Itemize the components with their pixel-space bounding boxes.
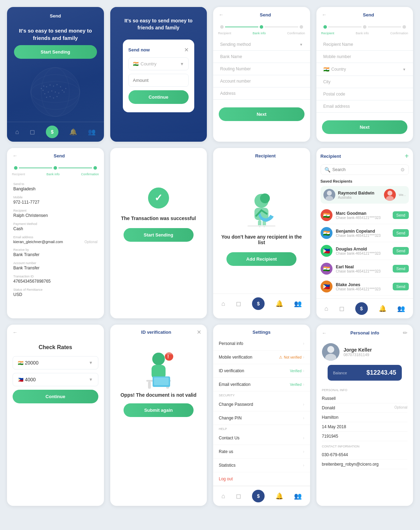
receive-label: Receive by — [13, 248, 98, 252]
add-recipient-plus-button[interactable]: + — [405, 152, 409, 160]
search-bar[interactable]: 🔍 ⚙ — [321, 164, 409, 175]
country-field[interactable]: 🇮🇳 Country ▼ — [316, 63, 413, 76]
routing-number-field[interactable]: Routing Number — [213, 63, 310, 75]
address-field[interactable]: Address — [213, 87, 310, 100]
back-icon-12[interactable]: ← — [322, 330, 327, 336]
transaction-value: 4765434567898765 — [13, 279, 98, 284]
home-icon[interactable]: ⌂ — [15, 128, 19, 136]
settings-mobile-verification[interactable]: Mobile verification ⚠ Not verified › — [213, 351, 310, 364]
recipient-name-field[interactable]: Recipient Name — [316, 38, 413, 51]
list-item[interactable]: 🇮🇳 Marc GoodmanChase bank-4654121****323… — [321, 206, 409, 224]
svg-point-17 — [50, 96, 51, 97]
filter-icon[interactable]: ⚙ — [400, 167, 405, 172]
amount-input[interactable] — [133, 78, 184, 83]
people-icon-7[interactable]: 👥 — [294, 300, 302, 308]
close-button[interactable]: ✕ — [184, 47, 189, 53]
amount-field[interactable] — [128, 74, 189, 87]
svg-point-24 — [43, 86, 44, 87]
send-title: Send — [7, 7, 104, 22]
settings-statistics[interactable]: Statistics › — [213, 459, 310, 472]
country-selector[interactable]: 🇮🇳 Country ▼ — [128, 57, 189, 70]
settings-change-pin[interactable]: Change PIN › — [213, 411, 310, 425]
rate-input-2[interactable]: 🇵🇭 4000 ▼ — [13, 373, 98, 386]
send-douglas-button[interactable]: Send — [393, 247, 409, 255]
contact-label: Contact information — [322, 445, 408, 448]
edit-icon-12[interactable]: ✏ — [403, 330, 407, 336]
recipient-value: Ralph Christensen — [13, 213, 98, 218]
svg-point-13 — [55, 92, 56, 93]
next-button-bank[interactable]: Next — [219, 107, 304, 121]
list-item[interactable]: 🇵🇭 Douglas ArnoldChase bank-4654121****3… — [321, 242, 409, 260]
postal-field[interactable]: Postal code — [316, 88, 413, 100]
balance-amount: $12243.45 — [366, 369, 396, 376]
people-icon-11[interactable]: 👥 — [294, 492, 302, 500]
settings-personal-info[interactable]: Personal info › — [213, 337, 310, 351]
selected-country: Australia — [338, 196, 382, 199]
back-icon-5[interactable]: ← — [13, 153, 18, 158]
svg-point-9 — [60, 86, 61, 87]
send-icon-8[interactable]: $ — [355, 302, 368, 315]
people-icon-8[interactable]: 👥 — [397, 305, 405, 312]
history-icon-8[interactable]: ◻ — [339, 305, 344, 312]
send-marc-button[interactable]: Send — [393, 211, 409, 219]
bell-icon-11[interactable]: 🔔 — [275, 492, 283, 500]
next-button-recipient[interactable]: Next — [322, 120, 408, 134]
settings-id-verification[interactable]: ID verification Verified › — [213, 364, 310, 378]
home-icon-7[interactable]: ⌂ — [221, 300, 225, 308]
list-item[interactable]: 🇮🇳 Earl NealChase bank-4654121****323 Se… — [321, 260, 409, 278]
bell-icon-8[interactable]: 🔔 — [379, 305, 386, 312]
send-icon-11[interactable]: $ — [252, 490, 265, 502]
email-field[interactable]: Email address — [316, 100, 413, 113]
settings-change-password[interactable]: Change Password › — [213, 398, 310, 411]
start-sending-button[interactable]: Start Sending — [14, 45, 97, 59]
add-recipient-button[interactable]: Add Recipient — [226, 252, 296, 266]
card-recipients: Recipient + 🔍 ⚙ Saved Recipients Raymond… — [316, 148, 413, 318]
continue-button[interactable]: Continue — [128, 90, 189, 104]
bottom-nav-11: ⌂ ◻ $ 🔔 👥 — [213, 486, 310, 506]
svg-rect-38 — [148, 382, 151, 389]
history-icon[interactable]: ◻ — [30, 128, 35, 136]
bank-name-field[interactable]: Bank Name — [213, 51, 310, 63]
send-blake-button[interactable]: Send — [393, 283, 409, 290]
card-send-now: It's so easy to send money to friends an… — [110, 7, 207, 142]
mobile-field[interactable]: Mobile number — [316, 51, 413, 63]
people-icon[interactable]: 👥 — [88, 128, 96, 136]
sending-method-field[interactable]: Sending method ▼ — [213, 38, 310, 51]
home-icon-11[interactable]: ⌂ — [221, 493, 225, 500]
card7-header: ← Recipient — [213, 148, 310, 161]
settings-rate-us[interactable]: Rate us › — [213, 445, 310, 459]
send-icon-active[interactable]: $ — [46, 126, 58, 138]
submit-again-button[interactable]: Submit again — [124, 403, 194, 417]
home-icon-8[interactable]: ⌂ — [324, 305, 328, 312]
send-benjamin-button[interactable]: Send — [393, 229, 409, 237]
last-name-row: Hamilton — [322, 413, 408, 422]
history-icon-7[interactable]: ◻ — [236, 300, 241, 308]
account-number-field[interactable]: Account number — [213, 75, 310, 87]
settings-logout[interactable]: Log out — [213, 472, 310, 486]
close-icon-10[interactable]: ✕ — [197, 329, 201, 335]
back-icon-4[interactable]: ← — [322, 12, 327, 17]
rate-input-1[interactable]: 🇮🇳 20000 ▼ — [13, 356, 98, 369]
list-item[interactable]: 🇵🇭 Blake JonesChase bank-4654121****323 … — [321, 278, 409, 296]
list-item[interactable]: 🇮🇳 Benjamin CopelandChase bank-4654121**… — [321, 224, 409, 242]
settings-contact-us[interactable]: Contact Us › — [213, 431, 310, 445]
back-icon-9[interactable]: ← — [13, 330, 18, 335]
settings-email-verification[interactable]: Email verification Verified › — [213, 378, 310, 391]
continue-rates-button[interactable]: Continue — [13, 390, 98, 403]
back-icon[interactable]: ← — [219, 12, 224, 17]
send-earl-button[interactable]: Send — [393, 265, 409, 273]
history-icon-11[interactable]: ◻ — [236, 492, 241, 500]
bottom-nav-8: ⌂ ◻ $ 🔔 👥 — [316, 298, 413, 318]
send-icon-7[interactable]: $ — [252, 297, 265, 310]
send-to-value: Bangladesh — [13, 186, 98, 191]
search-icon: 🔍 — [324, 167, 330, 172]
bell-icon[interactable]: 🔔 — [69, 128, 77, 136]
phone2-row: 030-679-6544 — [322, 450, 408, 460]
step-line-4-2 — [368, 27, 401, 27]
selected-recipient[interactable]: Raymond Baldwin Australia We... — [321, 186, 409, 204]
start-sending-success-button[interactable]: Start Sending — [124, 228, 194, 242]
step-label-4-1: Recipient — [321, 31, 335, 35]
search-input[interactable] — [332, 167, 399, 172]
city-field[interactable]: City — [316, 76, 413, 88]
bell-icon-7[interactable]: 🔔 — [275, 300, 283, 308]
